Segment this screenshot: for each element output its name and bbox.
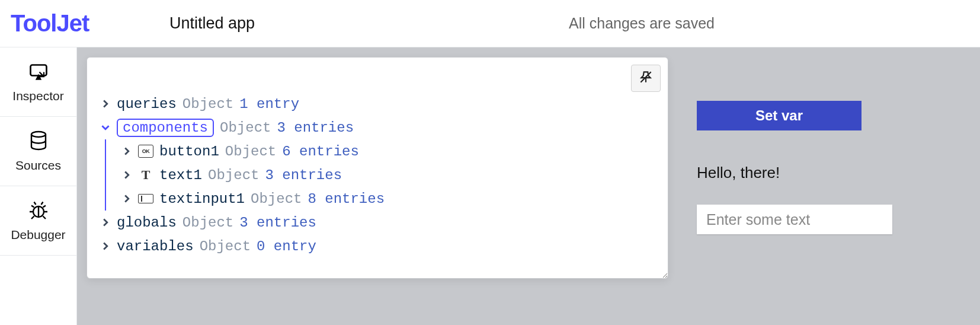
node-key: globals <box>117 215 177 231</box>
pin-button[interactable] <box>631 65 661 92</box>
tree-node-textinput1[interactable]: textinput1 Object 8 entries <box>100 187 655 211</box>
node-type: Object <box>208 167 259 183</box>
tree-node-components[interactable]: components Object 3 entries <box>100 116 655 139</box>
app-header: ToolJet Untitled app All changes are sav… <box>0 0 980 47</box>
inspector-panel: queries Object 1 entry components Object… <box>87 57 668 279</box>
text-input[interactable] <box>697 205 892 234</box>
node-type: Object <box>182 96 233 112</box>
tree-node-globals[interactable]: globals Object 3 entries <box>100 211 655 234</box>
node-entries: 3 entries <box>277 120 354 136</box>
app-preview: Set var Hello, there! <box>697 101 892 234</box>
button-component-icon: OK <box>138 145 153 158</box>
chevron-right-icon[interactable] <box>100 217 111 228</box>
node-key: textinput1 <box>159 191 245 207</box>
node-type: Object <box>182 215 233 231</box>
sidebar-item-label: Sources <box>15 158 61 173</box>
node-entries: 3 entries <box>239 215 316 231</box>
chevron-right-icon[interactable] <box>100 98 111 109</box>
node-type: Object <box>220 120 271 136</box>
node-entries: 6 entries <box>282 144 359 160</box>
pin-icon <box>638 69 654 88</box>
sidebar-item-label: Inspector <box>12 89 63 103</box>
set-var-button[interactable]: Set var <box>697 101 861 130</box>
node-entries: 0 entry <box>257 238 316 254</box>
bug-icon <box>28 199 49 228</box>
main-area: Inspector Sources Debugger <box>0 47 980 325</box>
cursor-icon <box>28 60 49 89</box>
node-type: Object <box>225 144 276 160</box>
node-key: queries <box>117 96 177 112</box>
node-entries: 8 entries <box>308 191 385 207</box>
node-key: components <box>117 119 214 137</box>
node-entries: 1 entry <box>239 96 299 112</box>
sidebar: Inspector Sources Debugger <box>0 47 77 325</box>
textinput-component-icon <box>138 194 153 203</box>
sidebar-item-debugger[interactable]: Debugger <box>0 186 76 256</box>
chevron-right-icon[interactable] <box>121 193 132 204</box>
chevron-down-icon[interactable] <box>100 122 111 133</box>
canvas[interactable]: queries Object 1 entry components Object… <box>77 47 980 325</box>
node-key: button1 <box>159 144 219 160</box>
chevron-right-icon[interactable] <box>121 170 132 180</box>
save-status: All changes are saved <box>569 15 715 32</box>
node-entries: 3 entries <box>265 167 342 183</box>
svg-point-1 <box>31 132 46 137</box>
node-type: Object <box>251 191 302 207</box>
text-component-icon: T <box>138 168 153 181</box>
logo[interactable]: ToolJet <box>11 10 169 37</box>
tree-node-queries[interactable]: queries Object 1 entry <box>100 92 655 116</box>
database-icon <box>28 130 49 158</box>
app-title[interactable]: Untitled app <box>169 14 255 33</box>
node-key: text1 <box>159 167 202 183</box>
sidebar-item-inspector[interactable]: Inspector <box>0 47 76 117</box>
node-type: Object <box>200 238 251 254</box>
tree-node-text1[interactable]: T text1 Object 3 entries <box>100 163 655 187</box>
chevron-right-icon[interactable] <box>121 146 132 157</box>
sidebar-item-label: Debugger <box>11 228 65 242</box>
chevron-right-icon[interactable] <box>100 241 111 251</box>
node-key: variables <box>117 238 194 254</box>
hello-text: Hello, there! <box>697 164 892 182</box>
sidebar-item-sources[interactable]: Sources <box>0 117 76 186</box>
tree-node-variables[interactable]: variables Object 0 entry <box>100 234 655 258</box>
tree-node-button1[interactable]: OK button1 Object 6 entries <box>100 139 655 163</box>
